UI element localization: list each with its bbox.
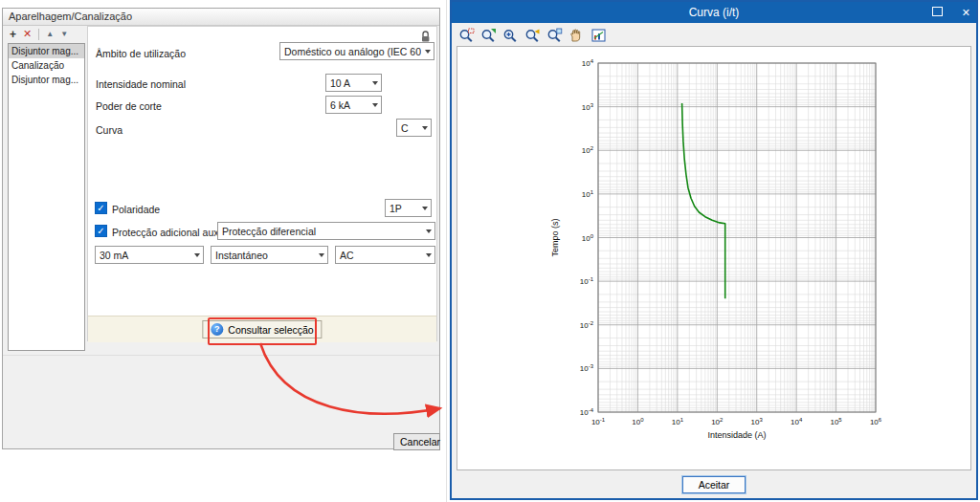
titlebar: Curva (i/t) ✕ [452, 2, 976, 23]
svg-text:104: 104 [582, 58, 594, 68]
svg-text:100: 100 [582, 233, 594, 243]
svg-text:105: 105 [830, 417, 842, 426]
close-button[interactable]: ✕ [962, 8, 970, 18]
field-label: Intensidade nominal [96, 78, 186, 90]
sensitivity-select[interactable]: 30 mA [95, 246, 204, 264]
proteccao-select[interactable]: Protecção diferencial [217, 222, 435, 240]
chevron-down-icon [190, 247, 203, 263]
accept-button[interactable]: Aceitar [682, 476, 746, 493]
field-label: Âmbito de utilização [96, 48, 186, 59]
check-icon: ✓ [96, 203, 106, 213]
toolbar-separator [38, 29, 39, 40]
accept-row: Aceitar [452, 475, 976, 493]
intensidade-select[interactable]: 10 A [325, 74, 382, 92]
zoom-extents-icon[interactable] [479, 27, 497, 44]
field-label: Curva [96, 124, 122, 136]
zoom-window-icon[interactable] [457, 27, 475, 44]
zoom-scale-icon[interactable] [546, 27, 563, 44]
maximize-icon [932, 7, 943, 16]
consult-strip: ? Consultar selecção [88, 316, 436, 342]
chevron-down-icon [315, 247, 327, 263]
titlebar: Aparelhagem/Canalização [3, 9, 439, 26]
consult-icon: ? [211, 323, 223, 336]
zoom-previous-icon[interactable] [523, 27, 541, 44]
curva-dialog: Curva (i/t) ✕ [450, 0, 978, 500]
consult-label: Consultar selecção [228, 324, 313, 336]
svg-text:Tempo (s): Tempo (s) [550, 218, 560, 256]
svg-text:102: 102 [711, 417, 724, 426]
svg-text:103: 103 [582, 102, 594, 112]
chevron-down-icon [422, 247, 434, 263]
chart-toolbar [457, 27, 607, 44]
select-value: Instantáneo [212, 250, 315, 261]
select-value: 10 A [326, 77, 368, 89]
check-icon: ✓ [96, 226, 106, 236]
svg-text:10-2: 10-2 [580, 320, 594, 330]
svg-text:103: 103 [751, 417, 764, 426]
select-value: Protecção diferencial [218, 226, 422, 237]
pan-icon[interactable] [568, 27, 585, 44]
checkbox-label: Polaridade [112, 204, 160, 215]
svg-text:101: 101 [582, 189, 594, 199]
select-value: 30 mA [96, 250, 190, 261]
curva-select[interactable]: C [396, 119, 432, 137]
svg-text:101: 101 [672, 417, 684, 426]
chevron-down-icon [368, 97, 381, 113]
list-item[interactable]: Canalização [9, 58, 84, 73]
field-label: Poder de corte [96, 100, 162, 112]
select-value: AC [336, 250, 422, 261]
cancel-button[interactable]: Cancelar [393, 433, 440, 450]
trip-time-select[interactable]: Instantáneo [211, 246, 328, 264]
delete-icon[interactable]: ✕ [23, 29, 32, 39]
select-value: 6 kA [326, 99, 368, 111]
svg-text:10-4: 10-4 [580, 407, 594, 417]
chevron-down-icon [422, 223, 434, 239]
chevron-down-icon [418, 200, 431, 216]
svg-text:10-1: 10-1 [580, 276, 594, 286]
maximize-button[interactable] [932, 6, 943, 19]
form-panel: Âmbito de utilização Doméstico ou análog… [87, 26, 437, 341]
chevron-down-icon [368, 75, 381, 91]
poder-corte-select[interactable]: 6 kA [325, 96, 382, 114]
class-select[interactable]: AC [335, 246, 435, 264]
svg-text:Intensidade (A): Intensidade (A) [707, 430, 766, 440]
move-down-icon[interactable]: ▼ [60, 31, 68, 38]
svg-text:100: 100 [632, 417, 644, 426]
element-list: Disjuntor mag... Canalização Disjuntor m… [8, 43, 85, 351]
divider [3, 355, 439, 356]
ambito-select[interactable]: Doméstico ou análogo (IEC 60898) [279, 42, 434, 60]
curve-chart[interactable]: 10-1100101102103104105106104103102101100… [457, 47, 970, 469]
proteccao-checkbox[interactable]: ✓ [95, 225, 107, 237]
chart-options-icon[interactable] [590, 27, 607, 44]
move-up-icon[interactable]: ▲ [46, 31, 54, 38]
select-value: 1P [386, 203, 418, 214]
chart-panel: 10-1100101102103104105106104103102101100… [457, 46, 971, 470]
polaridade-checkbox[interactable]: ✓ [95, 202, 107, 214]
chevron-down-icon [421, 43, 434, 59]
svg-text:106: 106 [870, 417, 882, 426]
svg-text:10-3: 10-3 [580, 363, 594, 373]
list-toolbar: + ✕ ▲ ▼ [10, 28, 68, 40]
select-value: C [397, 122, 418, 134]
add-icon[interactable]: + [10, 29, 16, 40]
list-item[interactable]: Disjuntor mag... [9, 44, 84, 58]
consult-selection-button[interactable]: ? Consultar selecção [202, 320, 322, 338]
polaridade-select[interactable]: 1P [385, 199, 432, 217]
svg-text:104: 104 [791, 417, 803, 426]
chevron-down-icon [418, 120, 431, 136]
zoom-in-icon[interactable] [501, 27, 519, 44]
svg-text:10-1: 10-1 [591, 417, 606, 426]
select-value: Doméstico ou análogo (IEC 60898) [280, 46, 421, 57]
list-item[interactable]: Disjuntor mag... [9, 73, 84, 87]
aparelhagem-dialog: Aparelhagem/Canalização + ✕ ▲ ▼ Disjunto… [2, 8, 440, 449]
svg-text:102: 102 [582, 145, 594, 155]
dialog-title: Aparelhagem/Canalização [9, 11, 132, 22]
checkbox-label: Protecção adicional auxiliar [112, 227, 234, 238]
dialog-title: Curva (i/t) [452, 6, 976, 19]
parent-window-edge [446, 0, 447, 502]
